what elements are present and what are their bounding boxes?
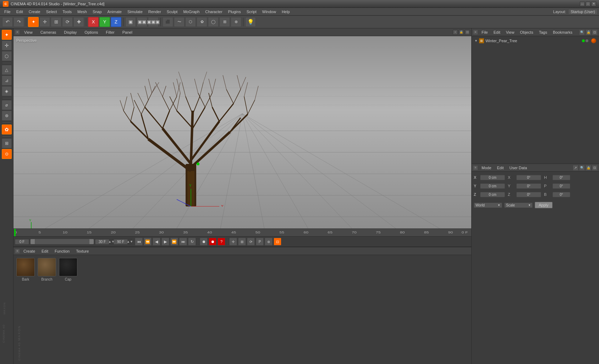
attr-search-icon[interactable]: 🔍 (579, 165, 585, 171)
render-region-button[interactable]: ▣ (125, 17, 136, 27)
objects-menu-icon[interactable]: ≡ (473, 30, 478, 35)
z-pos-field[interactable]: 0 cm (480, 192, 505, 197)
materials-button[interactable]: ⊙ (2, 149, 12, 159)
cube-button[interactable]: ⬛ (163, 17, 173, 27)
end-frame-field[interactable]: 90 F (114, 239, 128, 244)
menu-simulate[interactable]: Simulate (125, 9, 145, 15)
rp-expand-icon[interactable]: ⊡ (592, 29, 598, 35)
render-frames-button[interactable]: ▣▣ (137, 17, 147, 27)
mat-menu-create[interactable]: Create (21, 248, 38, 254)
x-pos-field[interactable]: 0 cm (480, 175, 505, 180)
x-axis-button[interactable]: X (88, 17, 99, 27)
tab-panel[interactable]: Panel (119, 29, 136, 35)
undo-button[interactable]: ↶ (2, 17, 13, 27)
menu-snap[interactable]: Snap (90, 9, 105, 15)
window-controls[interactable]: — □ ✕ (580, 1, 596, 6)
move-tool-button[interactable]: ✛ (2, 40, 12, 50)
attr-menu-mode[interactable]: Mode (479, 165, 494, 171)
tab-filter[interactable]: Filter (102, 29, 118, 35)
mode-rotate-btn[interactable]: ⟳ (247, 238, 255, 246)
dot-visible[interactable] (582, 39, 585, 42)
timeline-ruler[interactable]: 0 5 10 15 20 25 30 35 40 45 50 55 60 65 … (13, 228, 471, 236)
brush-button[interactable]: ✿ (2, 125, 12, 134)
attr-menu-userdata[interactable]: User Data (507, 165, 529, 171)
polygon-button[interactable]: ⬡ (185, 17, 196, 27)
redo-button[interactable]: ↷ (13, 17, 24, 27)
y-rot-field[interactable]: 0° (516, 183, 541, 189)
z-axis-button[interactable]: Z (111, 17, 121, 27)
scale-button[interactable]: ⊞ (51, 17, 61, 27)
menu-select[interactable]: Select (43, 9, 60, 15)
menu-help[interactable]: Help (279, 9, 293, 15)
minimize-button[interactable]: — (580, 1, 585, 6)
dot-render[interactable] (586, 39, 588, 42)
material-branch[interactable]: Branch (38, 258, 56, 281)
b-rot-field[interactable]: 0° (553, 192, 570, 197)
next-frame-button[interactable]: ⏩ (170, 238, 178, 246)
play-button[interactable]: ▶ (161, 238, 169, 246)
attr-menu-edit[interactable]: Edit (495, 165, 506, 171)
menu-render[interactable]: Render (145, 9, 164, 15)
play-reverse-button[interactable]: ◀ (153, 238, 160, 246)
mat-menu-icon[interactable]: ≡ (15, 249, 20, 254)
select-tool-button[interactable]: ✦ (2, 30, 12, 40)
edge-mode-button[interactable]: ⊿ (2, 76, 12, 86)
select-mode-button[interactable]: ✦ (28, 17, 39, 27)
attr-arrow-icon[interactable]: ↗ (573, 165, 578, 171)
rp-menu-view[interactable]: View (504, 29, 517, 35)
material-cap[interactable]: Cap (59, 258, 77, 281)
rp-menu-file[interactable]: File (479, 29, 490, 35)
rp-menu-objects[interactable]: Objects (518, 29, 535, 35)
rotate-button[interactable]: ⟳ (62, 17, 73, 27)
rp-menu-tags[interactable]: Tags (537, 29, 549, 35)
point-mode-button[interactable]: ◈ (2, 86, 12, 96)
menu-plugins[interactable]: Plugins (225, 9, 244, 15)
viewport[interactable]: Perspective (13, 36, 471, 247)
transform-button[interactable]: ✚ (73, 17, 84, 27)
polygon-mode-button[interactable]: ⬡ (2, 51, 12, 61)
menu-sculpt[interactable]: Sculpt (164, 9, 181, 15)
paint-tool-button[interactable]: ⊛ (2, 111, 12, 121)
grid-button[interactable]: ⊞ (219, 17, 230, 27)
object-winter-pear-tree[interactable]: ▼ ⊞ Winter_Pear_Tree (473, 38, 598, 44)
rp-lock-icon[interactable]: 🔒 (586, 29, 591, 35)
y-axis-button[interactable]: Y (99, 17, 110, 27)
frame-range-bar[interactable] (30, 239, 94, 244)
prev-frame-button[interactable]: ⏪ (144, 238, 152, 246)
circle-button[interactable]: ◯ (208, 17, 219, 27)
deformer-button[interactable]: ✿ (197, 17, 207, 27)
move-button[interactable]: ✛ (39, 17, 50, 27)
mode-param-btn[interactable]: P (256, 238, 264, 246)
menu-script[interactable]: Script (244, 9, 259, 15)
transform-type-dropdown[interactable]: Scale ▼ (504, 203, 533, 208)
loop-button[interactable]: ↻ (188, 238, 196, 246)
model-mode-button[interactable]: △ (2, 65, 12, 75)
mat-menu-function[interactable]: Function (52, 248, 72, 254)
rp-search-icon[interactable]: 🔍 (579, 29, 585, 35)
menu-create[interactable]: Create (26, 9, 43, 15)
tab-display[interactable]: Display (60, 29, 80, 35)
mode-scale-btn[interactable]: ⊞ (238, 238, 246, 246)
tab-options[interactable]: Options (81, 29, 101, 35)
menu-file[interactable]: File (1, 9, 13, 15)
material-bark[interactable]: Bark (16, 258, 35, 281)
maximize-button[interactable]: □ (586, 1, 590, 6)
z-rot-field[interactable]: 0° (516, 192, 541, 197)
viewport-expand-button[interactable]: + (453, 30, 458, 35)
menu-edit[interactable]: Edit (13, 9, 26, 15)
viewport-lock-button[interactable]: 🔒 (459, 30, 464, 35)
camera-tool-button[interactable]: ⌀ (2, 100, 12, 110)
close-button[interactable]: ✕ (591, 1, 596, 6)
menu-tools[interactable]: Tools (60, 9, 75, 15)
attr-menu-icon[interactable]: ≡ (473, 165, 478, 170)
rp-menu-bookmarks[interactable]: Bookmarks (551, 29, 575, 35)
h-rot-field[interactable]: 0° (553, 175, 570, 180)
y-pos-field[interactable]: 0 cm (480, 183, 505, 189)
fps-field[interactable]: 30 F (95, 239, 109, 244)
render-all-button[interactable]: ▣▣▣ (148, 17, 159, 27)
mode-move-btn[interactable]: ✛ (229, 238, 237, 246)
timeline-playhead[interactable] (14, 229, 16, 236)
rp-menu-edit[interactable]: Edit (491, 29, 502, 35)
mode-active-btn[interactable]: ⊡ (274, 238, 281, 246)
current-frame-field[interactable]: 0 F (15, 239, 29, 244)
